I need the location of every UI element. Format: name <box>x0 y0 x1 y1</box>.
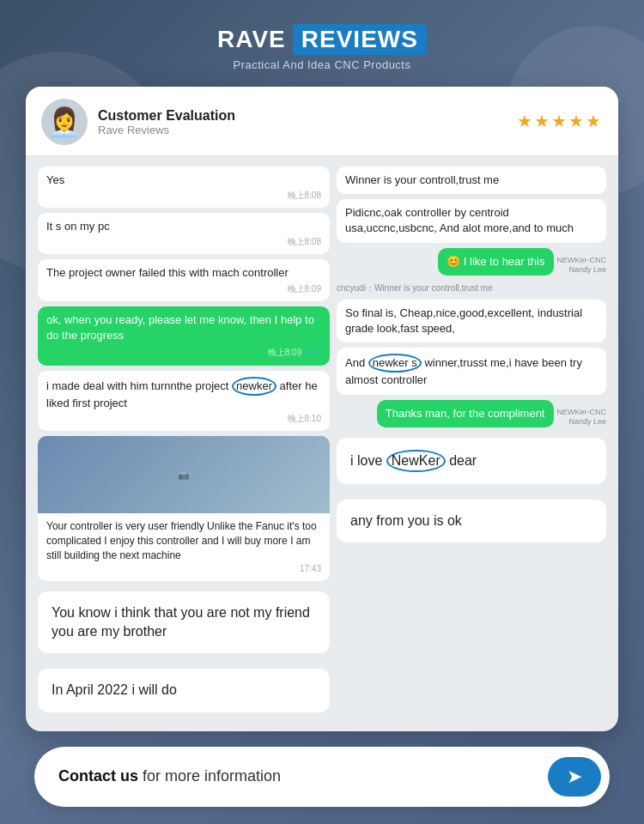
bubble-pidicnc: Pidicnc,oak controller by centroid usa,u… <box>337 199 606 242</box>
newker-highlight-left: newker <box>232 377 276 396</box>
bubble-newker-winner: And newker s winner,trusst me,i have bee… <box>337 348 606 394</box>
main-card: 👩‍💼 Customer Evaluation Rave Reviews ★★★… <box>26 87 618 731</box>
contact-text: Contact us for more information <box>58 767 281 785</box>
time-made-deal: 晚上8:10 <box>46 413 321 425</box>
time-image: 17:43 <box>46 563 321 575</box>
chat-left-column: Yes 晚上8:08 It s on my pc 晚上8:08 The proj… <box>38 167 330 718</box>
card-sub: Rave Reviews <box>98 124 235 136</box>
contact-button[interactable]: ➤ <box>548 757 601 797</box>
avatar-icon: 👩‍💼 <box>47 106 82 138</box>
chat-area: Yes 晚上8:08 It s on my pc 晚上8:08 The proj… <box>26 156 618 718</box>
image-caption: Your controller is very user friendly Un… <box>38 513 330 580</box>
newker-highlight-love: NewKer <box>386 450 446 472</box>
bubble-project-owner: The project owner failed this with mach … <box>38 259 330 300</box>
card-name: Customer Evaluation <box>98 108 235 124</box>
page-content: RAVE REVIEWS Practical And Idea CNC Prod… <box>0 0 644 807</box>
bubble-winner-control: Winner is your controll,trust me <box>337 167 606 194</box>
newker-highlight-right: newker s <box>368 354 422 373</box>
big-bubble-love-newker: i love NewKer dear <box>337 438 606 484</box>
time-project: 晚上8:09 <box>46 283 321 295</box>
big-bubble-brother: You know i think that you are not my fri… <box>38 591 330 654</box>
sender-nandy-2: NEWKer-CNCNandy Lee <box>557 408 607 427</box>
bubble-ok-when-ready: ok, when you ready, please let me know, … <box>38 306 330 366</box>
bubble-yes: Yes 晚上8:08 <box>38 167 330 208</box>
contact-bar: Contact us for more information ➤ <box>34 747 610 807</box>
brand-reviews: REVIEWS <box>293 24 427 55</box>
cncyudi-note: cncyudi：Winner is your controll,trust me <box>337 282 606 294</box>
big-bubble-any-from-you: any from you is ok <box>337 500 606 542</box>
image-text-bubble: 📷 Your controller is very user friendly … <box>38 436 330 580</box>
bubble-thanks-row: Thanks man, for the compliment NEWKer-CN… <box>337 400 606 427</box>
contact-us-bold: Contact us <box>58 767 138 785</box>
contact-suffix: for more information <box>138 767 281 785</box>
image-bubble: 📷 <box>38 436 330 513</box>
chat-right-column: Winner is your controll,trust me Pidicnc… <box>330 167 606 718</box>
brand-rave: RAVE <box>217 26 286 53</box>
sender-nandy-1: NEWKer-CNCNandy Lee <box>557 256 607 275</box>
bubble-its-on-my-pc: It s on my pc 晚上8:08 <box>38 213 330 254</box>
bubble-i-like-row: 😊 I like to hear this NEWKer-CNCNandy Le… <box>337 248 606 276</box>
bubble-thanks-man: Thanks man, for the compliment <box>377 400 554 427</box>
time-ok: 晚上8:09 ✓✓ <box>46 345 321 360</box>
image-placeholder: 📷 <box>38 436 330 513</box>
page-header: RAVE REVIEWS Practical And Idea CNC Prod… <box>217 24 427 71</box>
time-yes: 晚上8:08 <box>46 190 321 202</box>
card-header-text: Customer Evaluation Rave Reviews <box>98 108 235 136</box>
bubble-i-like: 😊 I like to hear this <box>438 248 553 276</box>
avatar: 👩‍💼 <box>41 99 88 145</box>
bubble-made-deal: i made deal with him turnnthe project ne… <box>38 371 330 431</box>
bubble-so-final: So final is, Cheap,nice,good,excellent, … <box>337 300 606 342</box>
brand-title: RAVE REVIEWS <box>217 24 427 55</box>
star-rating: ★★★★★ <box>517 111 603 131</box>
big-bubble-april: In April 2022 i will do <box>38 669 330 712</box>
time-its: 晚上8:08 <box>46 236 321 248</box>
send-icon: ➤ <box>567 766 582 788</box>
card-header: 👩‍💼 Customer Evaluation Rave Reviews ★★★… <box>26 87 618 156</box>
brand-subtitle: Practical And Idea CNC Products <box>234 58 411 71</box>
